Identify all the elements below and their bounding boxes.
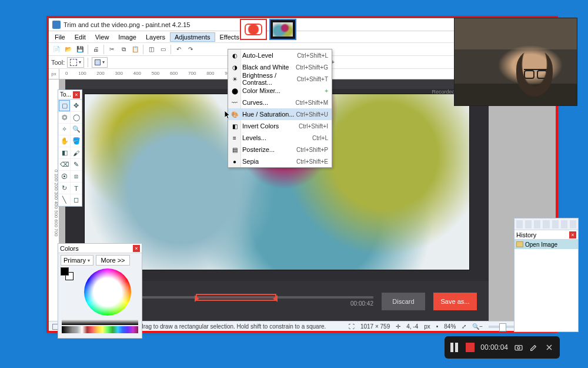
wrench-icon[interactable] <box>570 220 576 228</box>
close-icon[interactable]: × <box>133 245 140 252</box>
new-icon[interactable]: 📄 <box>51 44 62 55</box>
close-icon[interactable]: × <box>569 231 576 238</box>
separator <box>88 45 88 54</box>
history-panel[interactable]: History × Open Image <box>514 218 579 332</box>
tool-eraser[interactable]: ⌫ <box>59 159 70 170</box>
fg-color[interactable] <box>61 267 69 276</box>
menu-color-mixer[interactable]: ⬤ Color Mixer... + <box>228 85 332 97</box>
menu-brightness-contrast[interactable]: ☀ Brightness / Contrast... Ctrl+Shift+T <box>228 73 332 85</box>
color-swatches[interactable] <box>61 267 74 280</box>
brightness-icon: ☀ <box>229 74 240 84</box>
menu-sepia[interactable]: ● Sepia Ctrl+Shift+E <box>228 155 332 167</box>
tool-rectangle-select[interactable]: ▢ <box>59 100 70 111</box>
menu-view[interactable]: View <box>91 32 114 42</box>
tool-ellipse-select[interactable]: ◯ <box>71 112 82 123</box>
tool-brush[interactable]: 🖌 <box>71 147 82 158</box>
deselect-icon[interactable]: ▭ <box>158 44 168 55</box>
redo-icon[interactable]: ↷ <box>185 44 196 55</box>
fit-icon[interactable]: ⤢ <box>462 323 466 330</box>
dup-icon[interactable] <box>534 220 540 228</box>
tools-header[interactable]: To... × <box>58 90 82 100</box>
menu-auto-level[interactable]: ◐ Auto-Level Ctrl+Shift+L <box>228 49 332 61</box>
tool-magic-wand[interactable]: ✧ <box>59 124 70 135</box>
add-icon[interactable] <box>525 220 532 228</box>
value-slider[interactable] <box>62 319 138 325</box>
colors-header[interactable]: Colors × <box>58 244 142 253</box>
undo-icon[interactable]: ↶ <box>173 44 184 55</box>
menu-invert[interactable]: ◧ Invert Colors Ctrl+Shift+I <box>228 120 332 132</box>
up-icon[interactable] <box>552 220 559 228</box>
chevron-down-icon: ▾ <box>88 258 90 263</box>
history-entry[interactable]: Open Image <box>514 240 578 249</box>
chevron-down-icon: ▾ <box>102 59 105 65</box>
discard-button[interactable]: Discard <box>382 293 425 310</box>
tool-shape[interactable]: ◻ <box>71 194 82 205</box>
open-icon[interactable]: 📂 <box>63 44 74 55</box>
color-wheel[interactable] <box>84 268 131 316</box>
window-title: Trim and cut the video.png - paint.net 4… <box>64 21 190 28</box>
save-icon[interactable]: 💾 <box>75 44 85 55</box>
copy-icon[interactable]: ⧉ <box>118 44 129 55</box>
tools-palette[interactable]: To... × ▢ ✥ ⏣ ◯ ✧ 🔍 ✋ 🪣 ◧ 🖌 ⌫ ✎ ⦿ ⧇ ↻ T … <box>58 89 82 207</box>
colors-palette[interactable]: Colors × Primary ▾ More >> <box>58 243 142 339</box>
more-button[interactable]: More >> <box>96 255 130 266</box>
tool-pencil[interactable]: ✎ <box>71 159 82 170</box>
selection-mode-combo[interactable]: ▾ <box>92 57 108 68</box>
cursor-coords: 4, -4 <box>406 323 418 330</box>
menu-posterize[interactable]: ▤ Posterize... Ctrl+Shift+P <box>228 144 332 155</box>
menu-layers[interactable]: Layers <box>141 32 170 42</box>
history-header[interactable]: History × <box>514 230 578 240</box>
down-icon[interactable] <box>561 220 567 228</box>
merge-icon[interactable] <box>543 220 549 228</box>
document-tab-1[interactable] <box>240 19 267 40</box>
timeline[interactable]: 00:00:24 00:00:42 <box>104 296 373 307</box>
tool-zoom[interactable]: 🔍 <box>71 124 82 135</box>
tool-text[interactable]: T <box>71 183 82 194</box>
print-icon[interactable]: 🖨 <box>91 44 101 55</box>
layers-icon[interactable] <box>516 220 523 228</box>
zoom-out-icon[interactable]: 🔍− <box>472 323 483 330</box>
timeline-track[interactable] <box>104 296 373 299</box>
pause-button[interactable] <box>450 343 460 352</box>
document-tab-2[interactable] <box>269 19 296 40</box>
document-thumbnails <box>240 19 296 42</box>
unit-label[interactable]: px <box>424 323 430 330</box>
primary-secondary-combo[interactable]: Primary ▾ <box>61 255 93 266</box>
menu-black-white[interactable]: ◑ Black and White Ctrl+Shift+G <box>228 61 332 73</box>
paste-icon[interactable]: 📋 <box>130 44 141 55</box>
separator <box>103 45 104 54</box>
tool-clone[interactable]: ⧇ <box>71 171 82 182</box>
menu-adjustments[interactable]: Adjustments <box>170 32 215 42</box>
menu-image[interactable]: Image <box>113 32 141 42</box>
svg-point-1 <box>517 347 520 349</box>
menu-levels[interactable]: ≡ Levels... Ctrl+L <box>228 132 332 144</box>
folder-icon <box>516 241 523 247</box>
tool-fill[interactable]: 🪣 <box>71 135 82 147</box>
tool-line[interactable]: ╲ <box>59 194 70 205</box>
annotate-icon[interactable] <box>529 343 539 352</box>
tool-recolor[interactable]: ↻ <box>59 183 70 194</box>
record-button[interactable] <box>466 343 475 352</box>
menu-curves[interactable]: 〰 Curves... Ctrl+Shift+M <box>228 97 332 108</box>
menu-edit[interactable]: Edit <box>70 32 91 42</box>
menu-file[interactable]: File <box>50 32 70 42</box>
menu-hue-saturation[interactable]: 🎨 Hue / Saturation... Ctrl+Shift+U <box>228 108 332 120</box>
levels-icon: ≡ <box>229 132 240 143</box>
tool-pan[interactable]: ✋ <box>59 135 70 147</box>
tool-move[interactable]: ✥ <box>71 100 82 111</box>
palette-strip[interactable] <box>62 326 138 333</box>
close-icon[interactable] <box>544 343 554 352</box>
tool-combo[interactable]: ▾ <box>67 57 84 68</box>
posterize-icon: ▤ <box>229 144 240 155</box>
tool-gradient[interactable]: ◧ <box>59 147 70 158</box>
trim-selection[interactable] <box>196 294 276 301</box>
crop-icon[interactable]: ◫ <box>146 44 156 55</box>
close-icon[interactable]: × <box>73 91 80 98</box>
color-picker-handle[interactable] <box>106 294 109 297</box>
tool-color-picker[interactable]: ⦿ <box>59 171 70 182</box>
recorder-bar[interactable]: 00:00:04 <box>445 336 560 359</box>
tool-lasso[interactable]: ⏣ <box>59 112 70 123</box>
cut-icon[interactable]: ✂ <box>106 44 117 55</box>
save-as-button[interactable]: Save as... <box>433 293 477 310</box>
screenshot-icon[interactable] <box>514 343 523 352</box>
